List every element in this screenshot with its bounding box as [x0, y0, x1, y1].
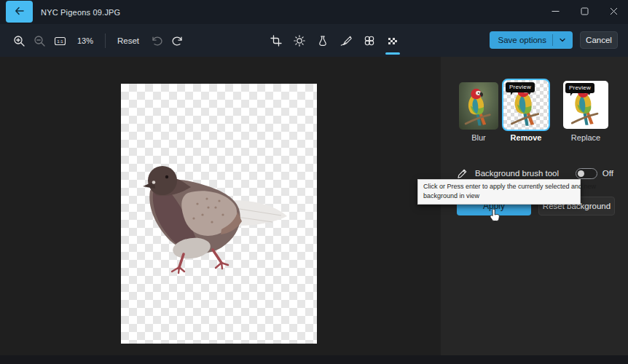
preview-badge: Preview	[506, 82, 535, 92]
background-panel: Preview Preview	[441, 57, 628, 355]
titlebar: NYC Pigeons 09.JPG	[0, 0, 628, 24]
window-controls	[541, 0, 628, 24]
window-title: NYC Pigeons 09.JPG	[41, 0, 120, 24]
window-bottom-edge	[0, 355, 628, 364]
tooltip-line-1: Click or Press enter to apply the curren…	[423, 182, 575, 191]
photos-editor-window: NYC Pigeons 09.JPG	[0, 0, 628, 364]
background-option-replace[interactable]: Preview	[563, 81, 608, 129]
editor-toolbar: 1:1 13% Reset	[0, 24, 628, 57]
background-option-remove[interactable]: Preview	[502, 79, 550, 131]
crop-tool-button[interactable]	[266, 31, 286, 51]
pigeon-image	[121, 84, 317, 344]
background-brush-row: Background brush tool Off	[457, 167, 613, 180]
image-canvas[interactable]	[121, 84, 317, 344]
background-tool-button[interactable]	[382, 31, 403, 51]
save-options-label: Save options	[498, 36, 547, 44]
replace-option-label[interactable]: Replace	[571, 133, 600, 142]
maximize-button[interactable]	[570, 0, 599, 24]
minimize-icon	[552, 7, 560, 17]
zoom-level: 13%	[73, 36, 98, 45]
minimize-button[interactable]	[541, 0, 570, 24]
maximize-icon	[581, 7, 589, 17]
toolbar-zoom-group: 1:1 13% Reset	[9, 30, 187, 52]
tooltip-line-2: background in view	[423, 191, 575, 201]
back-arrow-icon	[14, 5, 25, 19]
toolbar-divider	[105, 33, 106, 48]
cancel-button[interactable]: Cancel	[580, 31, 618, 49]
remove-option-label[interactable]: Remove	[511, 133, 542, 142]
adjustment-tool-button[interactable]	[289, 31, 310, 51]
markup-tool-button[interactable]	[336, 31, 356, 51]
zoom-out-button[interactable]	[29, 31, 50, 51]
retouch-tool-button[interactable]	[359, 31, 380, 51]
toggle-state-label: Off	[603, 169, 613, 178]
fit-to-window-button[interactable]: 1:1	[50, 31, 70, 51]
toggle-knob	[578, 170, 584, 177]
chevron-down-icon[interactable]	[552, 34, 573, 46]
toolbar-tools-group	[266, 30, 403, 52]
svg-text:1:1: 1:1	[57, 39, 63, 43]
undo-button[interactable]	[146, 31, 167, 51]
toolbar-actions-group: Save options Cancel	[490, 31, 619, 49]
background-brush-tool-label: Background brush tool	[475, 169, 576, 178]
preview-badge: Preview	[565, 83, 594, 93]
apply-tooltip: Click or Press enter to apply the curren…	[417, 179, 581, 205]
background-option-blur[interactable]	[459, 82, 498, 130]
canvas-area	[0, 57, 441, 355]
blur-option-label[interactable]: Blur	[471, 133, 486, 142]
pencil-icon	[457, 168, 468, 179]
back-button[interactable]	[6, 1, 33, 23]
selected-tool-indicator	[385, 52, 400, 55]
reset-zoom-button[interactable]: Reset	[110, 33, 146, 49]
filter-tool-button[interactable]	[313, 31, 333, 51]
zoom-in-button[interactable]	[9, 31, 29, 51]
close-icon	[610, 7, 618, 17]
save-options-button[interactable]: Save options	[490, 31, 573, 49]
background-brush-toggle[interactable]	[576, 168, 597, 179]
parrot-preview-image	[462, 86, 495, 128]
redo-button[interactable]	[167, 31, 187, 51]
close-button[interactable]	[599, 0, 628, 24]
